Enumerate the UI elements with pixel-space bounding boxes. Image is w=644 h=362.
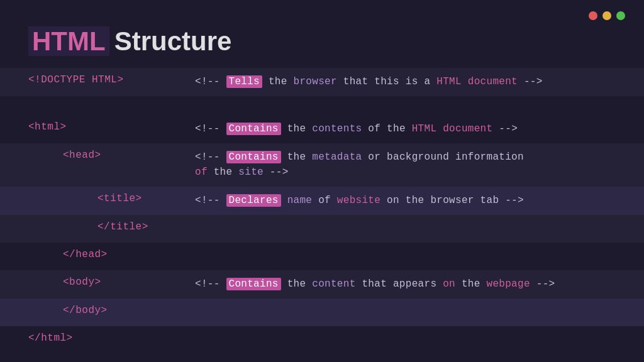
maximize-dot[interactable] [616,11,625,20]
code-section: <!DOCTYPE HTML> <!-- Tells the browser t… [0,68,644,354]
title-open-tag: <title> [0,187,195,211]
title-close-tag: </title> [0,215,195,239]
html-open-comment: <!-- Contains the contents of the HTML d… [195,115,644,143]
title-open-row: <title> <!-- Declares name of website on… [0,187,644,215]
html-close-tag: </html> [0,326,195,350]
head-open-tag: <head> [0,143,195,167]
tells-highlight: Tells [226,75,263,88]
contains-highlight-3: Contains [226,278,281,290]
html-open-tag: <html> [0,115,195,139]
html-label: HTML [28,26,109,56]
body-close-tag: </body> [0,299,195,322]
contains-highlight-1: Contains [226,123,281,135]
body-open-row: <body> <!-- Contains the content that ap… [0,270,644,299]
html-close-row: </html> [0,326,644,354]
title-open-comment: <!-- Declares name of website on the bro… [195,187,644,215]
doctype-comment: <!-- Tells the browser that this is a HT… [195,68,644,96]
body-open-comment: <!-- Contains the content that appears o… [195,270,644,299]
body-close-row: </body> [0,299,644,326]
head-close-tag: </head> [0,243,195,266]
body-close-comment [195,299,644,311]
doctype-tag: <!DOCTYPE HTML> [0,68,195,92]
title-close-comment [195,215,644,228]
doctype-row: <!DOCTYPE HTML> <!-- Tells the browser t… [0,68,644,96]
spacer-1 [0,96,644,115]
declares-highlight: Declares [226,194,281,207]
close-dot[interactable] [589,11,597,20]
head-open-comment: <!-- Contains the metadata or background… [195,143,644,187]
head-open-row: <head> <!-- Contains the metadata or bac… [0,143,644,187]
head-close-comment [195,243,644,255]
head-close-row: </head> [0,243,644,270]
minimize-dot[interactable] [602,11,611,20]
contains-highlight-2: Contains [226,151,281,163]
html-close-comment [195,326,644,339]
page-heading: HTMLStructure [0,0,644,68]
html-open-row: <html> <!-- Contains the contents of the… [0,115,644,143]
structure-label: Structure [114,26,232,56]
title-close-row: </title> [0,215,644,243]
title-bar [589,11,625,20]
body-open-tag: <body> [0,270,195,294]
